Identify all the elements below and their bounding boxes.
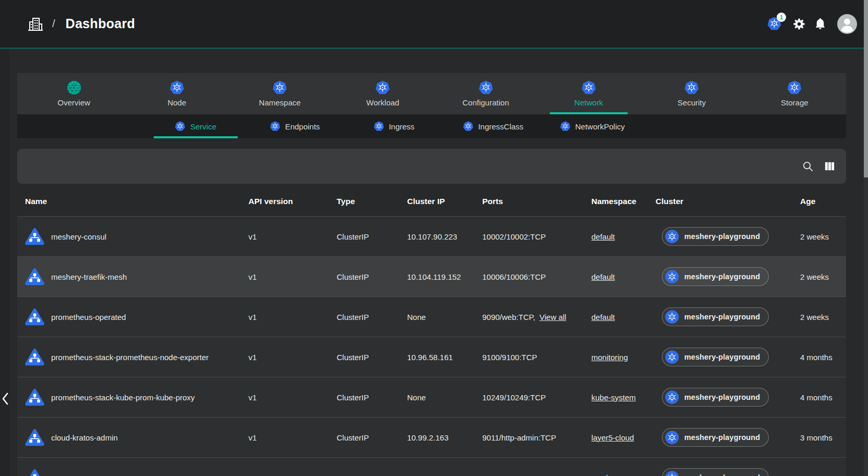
kubernetes-icon <box>463 121 473 132</box>
kubernetes-icon <box>175 121 185 132</box>
sub-tab-networkpolicy[interactable]: NetworkPolicy <box>543 114 642 138</box>
cell-cluster: meshery-playground <box>656 267 792 286</box>
cell-api-version: v1 <box>248 353 337 362</box>
cluster-chip[interactable]: meshery-playground <box>662 348 769 366</box>
sub-tab-endpoints[interactable]: Endpoints <box>245 114 344 138</box>
network-resource-subtabs: Service Endpoints Ingress IngressClass N… <box>17 114 846 138</box>
nav-tab-node[interactable]: Node <box>125 73 228 114</box>
nav-tab-security[interactable]: Security <box>640 73 743 114</box>
cluster-chip[interactable]: meshery-playground <box>662 227 769 246</box>
cell-cluster-ip: 10.96.58.161 <box>407 353 482 362</box>
cell-age: 4 months <box>792 393 846 402</box>
nav-tab-label: Network <box>574 98 603 107</box>
table-row[interactable]: prometheus-operated v1 ClusterIP None 90… <box>17 296 846 337</box>
column-header-age[interactable]: Age <box>792 197 846 206</box>
user-avatar[interactable] <box>837 14 857 34</box>
sub-tab-label: Ingress <box>389 122 414 131</box>
nav-tab-namespace[interactable]: Namespace <box>229 73 331 114</box>
column-header-namespace[interactable]: Namespace <box>591 197 656 206</box>
cell-api-version: v1 <box>248 232 337 241</box>
organization-building-icon[interactable] <box>27 16 44 32</box>
settings-gear-icon[interactable] <box>792 17 806 31</box>
sub-tab-ingressclass[interactable]: IngressClass <box>444 114 543 138</box>
header-accent-divider <box>0 47 868 49</box>
cell-cluster: meshery-playground <box>656 428 792 447</box>
namespace-link[interactable]: default <box>591 313 615 322</box>
cell-api-version: v1 <box>248 393 337 402</box>
table-row[interactable]: meshery- meshery-playground <box>17 457 846 476</box>
kubernetes-icon <box>581 80 596 95</box>
service-icon <box>25 388 44 406</box>
cluster-chip-label: meshery-playground <box>684 473 760 476</box>
scrollbar-thumb[interactable] <box>864 0 868 177</box>
namespace-link[interactable]: default <box>591 232 615 241</box>
kubernetes-icon <box>665 471 679 476</box>
cell-namespace: default <box>591 272 656 281</box>
cell-age: 4 months <box>792 353 846 362</box>
table-toolbar <box>17 149 846 184</box>
nav-tab-network[interactable]: Network <box>537 73 640 114</box>
kubernetes-icon <box>665 390 679 404</box>
nav-tab-configuration[interactable]: Configuration <box>434 73 537 114</box>
cell-cluster: meshery-playground <box>656 227 792 246</box>
cluster-chip-label: meshery-playground <box>684 232 760 241</box>
table-row[interactable]: meshery-traefik-mesh v1 ClusterIP 10.104… <box>17 256 846 296</box>
cell-type: ClusterIP <box>337 232 407 241</box>
sub-tab-service[interactable]: Service <box>146 114 245 138</box>
namespace-link[interactable]: meshery- <box>591 473 624 476</box>
cell-cluster: meshery-playground <box>656 348 792 366</box>
service-name: meshery-consul <box>51 232 106 241</box>
table-row[interactable]: cloud-kratos-admin v1 ClusterIP 10.99.2.… <box>17 417 846 457</box>
search-icon[interactable] <box>802 160 814 172</box>
table-row[interactable]: prometheus-stack-prometheus-node-exporte… <box>17 337 846 377</box>
cluster-chip[interactable]: meshery-playground <box>662 267 769 286</box>
cluster-chip[interactable]: meshery-playground <box>662 468 769 476</box>
view-columns-icon[interactable] <box>824 160 836 172</box>
service-icon <box>25 469 44 476</box>
view-all-link[interactable]: View all <box>539 313 566 322</box>
nav-tab-label: Security <box>677 98 706 107</box>
nav-tab-label: Namespace <box>259 98 301 107</box>
cluster-chip[interactable]: meshery-playground <box>662 388 769 407</box>
kubernetes-icon <box>665 310 679 324</box>
sub-tab-ingress[interactable]: Ingress <box>344 114 444 138</box>
column-header-type[interactable]: Type <box>337 197 407 206</box>
resource-category-tabs: Overview Node Namespace Workload Configu… <box>17 73 846 114</box>
table-row[interactable]: meshery-consul v1 ClusterIP 10.107.90.22… <box>17 216 846 256</box>
service-icon <box>25 429 44 446</box>
cluster-chip[interactable]: meshery-playground <box>662 307 769 326</box>
nav-tab-workload[interactable]: Workload <box>331 73 434 114</box>
cell-namespace: default <box>591 232 656 241</box>
cell-namespace: kube-system <box>591 393 656 402</box>
cell-cluster-ip: None <box>407 313 482 322</box>
cell-namespace: layer5-cloud <box>591 433 656 442</box>
service-icon <box>25 268 44 285</box>
cluster-chip-label: meshery-playground <box>684 353 760 361</box>
notifications-bell-icon[interactable] <box>814 17 827 30</box>
kubernetes-icon <box>684 80 699 95</box>
service-name: prometheus-operated <box>51 313 126 322</box>
namespace-link[interactable]: kube-system <box>591 393 636 402</box>
kubernetes-icon <box>375 80 390 95</box>
service-name: prometheus-stack-prometheus-node-exporte… <box>51 353 209 362</box>
collapse-panel-chevron-icon[interactable] <box>1 391 9 406</box>
table-row[interactable]: prometheus-stack-kube-prom-kube-proxy v1… <box>17 377 846 417</box>
column-header-api-version[interactable]: API version <box>248 197 337 206</box>
column-header-cluster[interactable]: Cluster <box>656 197 792 206</box>
cell-namespace: default <box>591 313 656 322</box>
service-icon <box>25 308 44 326</box>
column-header-cluster-ip[interactable]: Cluster IP <box>407 197 482 206</box>
column-header-ports[interactable]: Ports <box>482 197 591 206</box>
nav-tab-storage[interactable]: Storage <box>743 73 846 114</box>
namespace-link[interactable]: monitoring <box>591 353 628 362</box>
column-header-name[interactable]: Name <box>17 197 248 206</box>
cell-ports: 9090/web:TCP,View all <box>482 313 591 322</box>
nav-tab-label: Workload <box>366 98 399 107</box>
service-icon <box>25 228 44 245</box>
nav-tab-overview[interactable]: Overview <box>22 73 125 114</box>
namespace-link[interactable]: default <box>591 272 615 281</box>
cluster-chip[interactable]: meshery-playground <box>662 428 769 447</box>
namespace-link[interactable]: layer5-cloud <box>591 433 634 442</box>
sub-tab-label: IngressClass <box>478 122 524 131</box>
cell-cluster-ip: None <box>407 393 482 402</box>
